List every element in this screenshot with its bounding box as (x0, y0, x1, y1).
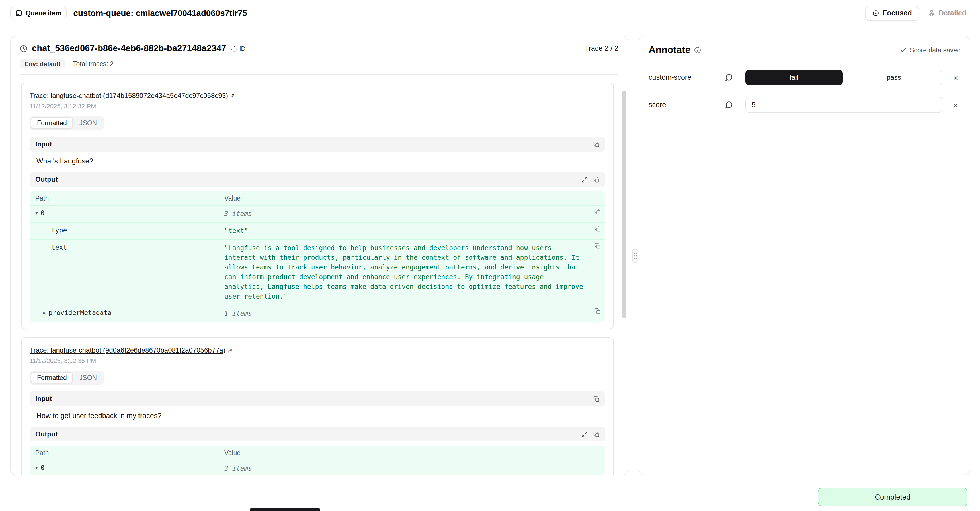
format-tabs: Formatted JSON (30, 371, 104, 385)
expand-output-button[interactable] (581, 176, 588, 183)
focused-view-label: Focused (883, 9, 912, 17)
json-table-header: Path Value (30, 191, 605, 205)
json-key: text (51, 243, 67, 251)
score-option-fail[interactable]: fail (745, 70, 843, 86)
input-label: Input (35, 140, 52, 148)
json-key: providerMetadata (49, 309, 112, 317)
tab-json[interactable]: JSON (73, 117, 103, 129)
check-icon (900, 47, 907, 54)
json-value: 3 items (219, 205, 605, 222)
chevron-down-icon[interactable]: ▾ (35, 464, 38, 472)
json-row: ▸providerMetadata 1 items (30, 306, 605, 322)
format-tabs: Formatted JSON (30, 116, 104, 130)
copy-row-button[interactable] (595, 308, 601, 314)
input-text: How to get user feedback in my traces? (30, 406, 605, 425)
remove-score-button[interactable]: × (950, 73, 961, 82)
json-key: 0 (41, 209, 45, 217)
value-column-header: Value (219, 446, 246, 460)
top-bar-left: Queue item custom-queue: cmiacwel70041ad… (10, 6, 247, 19)
focused-view-button[interactable]: Focused (865, 5, 920, 20)
trace-timestamp: 11/12/2025, 3:12:32 PM (30, 102, 605, 109)
output-label: Output (35, 430, 58, 438)
trace-panel: chat_536ed067-b86e-4eb6-882b-ba27148a234… (10, 36, 628, 475)
score-row: score × (649, 97, 961, 113)
score-label: custom-score (649, 73, 725, 81)
json-key: 0 (41, 464, 45, 472)
input-label: Input (35, 395, 52, 403)
save-status: Score data saved (900, 47, 961, 54)
trace-link[interactable]: Trace: langfuse-chatbot (9d0a6f2e6de8670… (30, 346, 226, 354)
copy-row-button[interactable] (595, 243, 601, 249)
external-link-icon: ↗ (227, 347, 232, 354)
external-link-icon: ↗ (230, 92, 235, 100)
output-json-table: Path Value ▾0 3 items type "text" te (30, 191, 605, 322)
trace-link[interactable]: Trace: langfuse-chatbot (d174b1589072e43… (30, 92, 228, 100)
id-label: ID (239, 45, 245, 52)
remove-score-button[interactable]: × (950, 100, 961, 109)
comment-icon[interactable] (725, 73, 745, 81)
annotate-panel: Annotate Score data saved custom-score f… (639, 36, 970, 475)
view-toggle: Focused Detailed (865, 5, 970, 20)
input-section-header: Input (30, 392, 605, 406)
queue-item-icon (15, 10, 22, 16)
clock-icon (20, 45, 27, 52)
chevron-down-icon[interactable]: ▾ (35, 209, 38, 217)
page-title: custom-queue: cmiacwel70041ad060s7tlr75 (73, 8, 247, 18)
panel-resize-handle[interactable] (632, 249, 638, 263)
json-key: type (51, 226, 67, 234)
total-traces-label: Total traces: 2 (73, 60, 114, 67)
copy-row-button[interactable] (595, 226, 601, 232)
output-section-header: Output (30, 172, 605, 187)
json-row: type "text" (30, 223, 605, 240)
score-value-input[interactable] (745, 97, 942, 113)
annotate-title: Annotate (649, 45, 690, 56)
info-icon[interactable] (694, 47, 701, 54)
network-icon (929, 10, 935, 16)
output-json-table: Path Value ▾0 3 items (30, 446, 605, 474)
detailed-view-button[interactable]: Detailed (925, 6, 970, 20)
tab-formatted[interactable]: Formatted (31, 117, 73, 129)
completed-button[interactable]: Completed (818, 488, 967, 506)
score-option-group: fail pass (745, 70, 942, 86)
queue-item-badge: Queue item (10, 6, 66, 19)
comment-icon[interactable] (725, 101, 745, 109)
json-table-header: Path Value (30, 446, 605, 460)
copy-id-button[interactable]: ID (231, 45, 245, 52)
top-bar: Queue item custom-queue: cmiacwel70041ad… (0, 0, 980, 26)
json-value: "Langfuse is a tool designed to help bus… (219, 240, 605, 305)
copy-output-button[interactable] (593, 176, 600, 183)
tab-formatted[interactable]: Formatted (31, 372, 73, 384)
output-label: Output (35, 175, 58, 183)
copy-input-button[interactable] (593, 141, 600, 147)
app-root: Queue item custom-queue: cmiacwel70041ad… (0, 0, 980, 511)
expand-output-button[interactable] (581, 431, 588, 437)
score-row: custom-score fail pass × (649, 70, 961, 86)
tab-json[interactable]: JSON (73, 372, 103, 384)
vertical-scrollbar-thumb[interactable] (622, 91, 626, 318)
copy-output-button[interactable] (593, 431, 600, 437)
json-row: ▾0 3 items (30, 460, 605, 474)
path-column-header: Path (30, 446, 219, 460)
queue-item-label: Queue item (25, 10, 61, 16)
chevron-right-icon[interactable]: ▸ (43, 309, 46, 317)
json-row: text "Langfuse is a tool designed to hel… (30, 240, 605, 306)
trace-scroll-area[interactable]: Trace: langfuse-chatbot (d174b1589072e43… (11, 75, 627, 474)
output-section-header: Output (30, 427, 605, 441)
json-row: ▾0 3 items (30, 205, 605, 223)
trace-timestamp: 11/12/2025, 3:12:36 PM (30, 357, 605, 364)
score-option-pass[interactable]: pass (845, 70, 942, 86)
copy-input-button[interactable] (593, 396, 600, 402)
detailed-view-label: Detailed (939, 9, 966, 17)
value-column-header: Value (219, 191, 246, 205)
trace-panel-header: chat_536ed067-b86e-4eb6-882b-ba27148a234… (11, 37, 627, 75)
json-value: 1 items (219, 306, 605, 322)
path-column-header: Path (30, 191, 219, 205)
input-section-header: Input (30, 137, 605, 151)
bottom-bar (250, 508, 320, 511)
save-status-label: Score data saved (910, 47, 961, 54)
trace-card: Trace: langfuse-chatbot (d174b1589072e43… (21, 83, 614, 329)
target-icon (872, 10, 879, 16)
score-label: score (649, 101, 725, 109)
copy-icon (231, 45, 237, 51)
copy-row-button[interactable] (595, 209, 601, 215)
